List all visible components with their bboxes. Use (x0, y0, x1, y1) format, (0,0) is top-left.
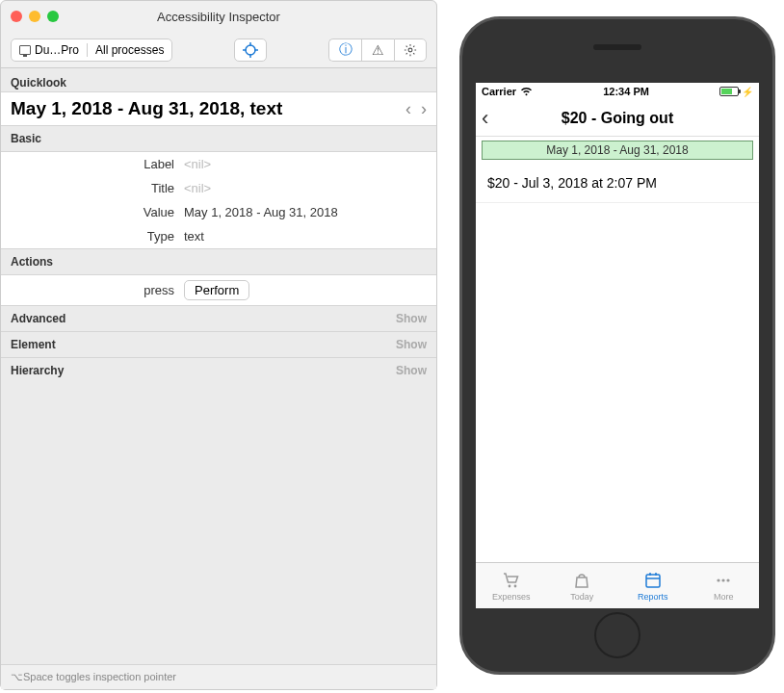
prop-type: Typetext (1, 224, 436, 248)
svg-point-13 (722, 578, 725, 581)
wifi-icon (520, 87, 533, 96)
section-actions: Actions (1, 249, 436, 275)
battery-icon (719, 87, 739, 96)
tab-bar: Expenses Today Reports More (476, 562, 759, 608)
quicklook-prev-button[interactable]: ‹ (405, 99, 411, 119)
footer-hint: ⌥Space toggles inspection pointer (1, 664, 436, 689)
svg-point-14 (727, 578, 730, 581)
cart-icon (502, 570, 521, 591)
quicklook-row: May 1, 2018 - Aug 31, 2018, text ‹ › (1, 91, 436, 126)
prop-label: Label<nil> (1, 152, 436, 176)
perform-button[interactable]: Perform (184, 280, 249, 300)
toolbar-group: ⓘ ⚠ (328, 38, 427, 62)
window-title: Accessibility Inspector (1, 10, 436, 24)
show-element-button[interactable]: Show (396, 338, 427, 351)
more-icon (714, 570, 733, 591)
date-banner[interactable]: May 1, 2018 - Aug 31, 2018 (482, 141, 753, 160)
svg-point-0 (246, 45, 255, 55)
action-press: press Perform (1, 275, 436, 305)
tab-expenses[interactable]: Expenses (476, 563, 547, 608)
phone-screen: Carrier 12:34 PM ⚡ ‹ $20 - Going out May… (476, 83, 759, 608)
show-advanced-button[interactable]: Show (396, 312, 427, 325)
svg-point-5 (408, 48, 412, 52)
inspector-body: Quicklook May 1, 2018 - Aug 31, 2018, te… (1, 68, 436, 664)
bag-icon (572, 570, 591, 591)
quicklook-next-button[interactable]: › (421, 99, 427, 119)
crosshair-icon (243, 42, 258, 58)
tab-today[interactable]: Today (547, 563, 618, 608)
quicklook-label: Quicklook (1, 68, 436, 91)
crumb-all-processes[interactable]: All processes (87, 43, 171, 57)
prop-value: ValueMay 1, 2018 - Aug 31, 2018 (1, 200, 436, 224)
svg-rect-8 (646, 575, 660, 587)
section-basic: Basic (1, 126, 436, 152)
monitor-icon (19, 45, 31, 55)
charging-icon: ⚡ (742, 87, 753, 97)
tab-more[interactable]: More (689, 563, 760, 608)
status-time: 12:34 PM (603, 86, 649, 97)
gear-icon (404, 43, 417, 57)
crumb-process[interactable]: Du…Pro (12, 43, 87, 57)
expense-row[interactable]: $20 - Jul 3, 2018 at 2:07 PM (476, 164, 759, 203)
svg-point-6 (508, 585, 510, 588)
prop-title: Title<nil> (1, 176, 436, 200)
target-picker-button[interactable] (234, 38, 267, 62)
svg-point-7 (513, 585, 516, 588)
quicklook-value: May 1, 2018 - Aug 31, 2018, text (11, 98, 405, 119)
tab-reports[interactable]: Reports (617, 563, 689, 608)
toolbar: Du…Pro All processes ⓘ ⚠ (1, 32, 436, 68)
section-hierarchy[interactable]: HierarchyShow (1, 358, 436, 383)
warning-button[interactable]: ⚠ (361, 38, 394, 62)
nav-bar: ‹ $20 - Going out (476, 100, 759, 137)
settings-button[interactable] (394, 38, 427, 62)
inspector-window: Accessibility Inspector Du…Pro All proce… (0, 0, 437, 690)
actions-props: press Perform (1, 275, 436, 306)
svg-point-12 (718, 578, 720, 581)
status-bar: Carrier 12:34 PM ⚡ (476, 83, 759, 100)
titlebar: Accessibility Inspector (1, 1, 436, 32)
carrier-label: Carrier (482, 86, 516, 97)
phone-device: Carrier 12:34 PM ⚡ ‹ $20 - Going out May… (459, 16, 775, 675)
section-advanced[interactable]: AdvancedShow (1, 306, 436, 332)
section-element[interactable]: ElementShow (1, 332, 436, 358)
calendar-icon (643, 570, 663, 591)
basic-props: Label<nil> Title<nil> ValueMay 1, 2018 -… (1, 152, 436, 249)
back-button[interactable]: ‹ (482, 106, 488, 131)
target-breadcrumb[interactable]: Du…Pro All processes (11, 38, 172, 62)
nav-title: $20 - Going out (476, 110, 759, 127)
show-hierarchy-button[interactable]: Show (396, 364, 427, 377)
info-button[interactable]: ⓘ (328, 38, 361, 62)
